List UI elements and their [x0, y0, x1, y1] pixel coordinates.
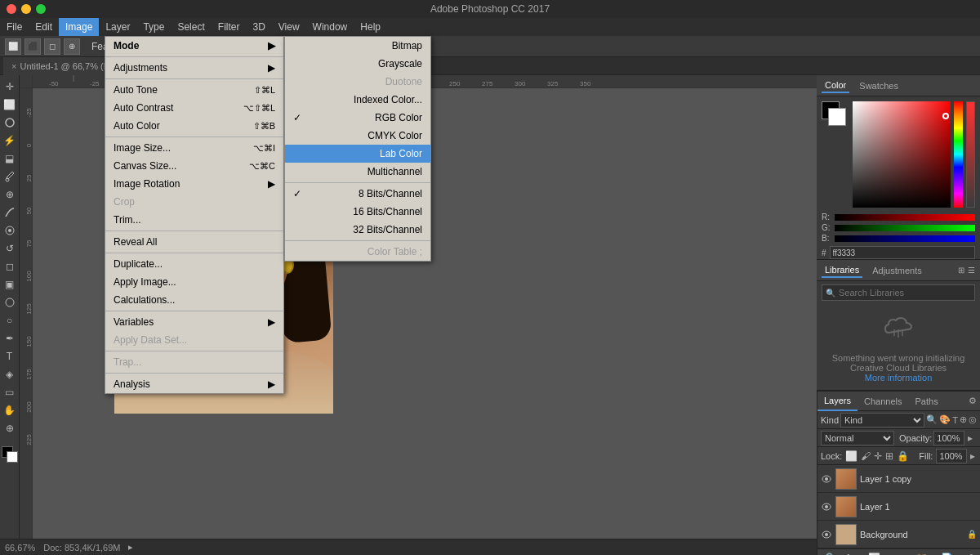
tool-brush[interactable]	[2, 204, 18, 221]
opacity-arrow[interactable]: ▸	[968, 432, 973, 444]
kind-icon1[interactable]: 🔍	[926, 414, 938, 425]
menu-3d[interactable]: 3D	[246, 18, 271, 36]
mode-multichannel[interactable]: Multichannel	[285, 163, 430, 181]
mode-cmyk-color[interactable]: CMYK Color	[285, 127, 430, 145]
menu-apply-image[interactable]: Apply Image...	[105, 273, 283, 291]
menu-auto-contrast[interactable]: Auto Contrast ⌥⇧⌘L	[105, 99, 283, 117]
tool-zoom[interactable]: ⊕	[2, 420, 18, 436]
more-info-link[interactable]: More information	[865, 373, 933, 383]
bg-swatch[interactable]	[828, 108, 846, 126]
layer-item-background[interactable]: Background 🔒	[817, 521, 980, 548]
kind-icon5[interactable]: ◎	[969, 414, 977, 425]
blend-mode-dropdown[interactable]: Normal	[821, 431, 894, 445]
lock-artboard-icon[interactable]: ⊞	[885, 450, 893, 462]
menu-view[interactable]: View	[272, 18, 306, 36]
menu-select[interactable]: Select	[171, 18, 211, 36]
layers-folder-btn[interactable]: 📁	[915, 553, 928, 556]
layers-link-btn[interactable]: 🔗	[821, 553, 833, 556]
tab-channels[interactable]: Channels	[858, 392, 908, 411]
lock-all-icon[interactable]: 🔒	[897, 450, 909, 462]
fill-arrow[interactable]: ▸	[970, 450, 975, 462]
layers-fx-btn[interactable]: fx	[847, 553, 854, 556]
tool-crop[interactable]: ⬓	[2, 150, 18, 167]
tab-layers[interactable]: Layers	[817, 392, 858, 411]
tool-path-select[interactable]: ◈	[2, 366, 18, 383]
layer1copy-eye[interactable]	[821, 473, 832, 485]
background-eye[interactable]	[821, 529, 832, 540]
menu-reveal-all[interactable]: Reveal All	[105, 233, 283, 251]
hex-input[interactable]	[830, 246, 975, 259]
menu-file[interactable]: File	[0, 18, 29, 36]
tab-paths[interactable]: Paths	[909, 392, 945, 411]
mode-16bits[interactable]: 16 Bits/Channel	[285, 203, 430, 221]
lock-position-icon[interactable]: ✛	[874, 450, 882, 462]
layers-settings-icon[interactable]: ⚙	[969, 396, 977, 406]
layers-new-btn[interactable]: 📄	[941, 553, 953, 556]
kind-icon4[interactable]: ⊕	[960, 414, 967, 425]
mode-32bits[interactable]: 32 Bits/Channel	[285, 221, 430, 239]
tool-rect-select[interactable]: ⬜	[2, 96, 18, 113]
options-icon1[interactable]: ⬜	[5, 38, 21, 55]
menu-mode[interactable]: Mode ▶	[105, 37, 283, 55]
mode-8bits[interactable]: ✓ 8 Bits/Channel	[285, 185, 430, 203]
layer-item-layer1copy[interactable]: Layer 1 copy	[817, 465, 980, 493]
panel-list-toggle[interactable]: ☰	[968, 266, 975, 275]
tab-swatches[interactable]: Swatches	[856, 79, 902, 92]
menu-calculations[interactable]: Calculations...	[105, 291, 283, 309]
tool-eraser[interactable]: ◻	[2, 258, 18, 275]
tool-shape[interactable]: ▭	[2, 384, 18, 401]
color-gradient[interactable]	[853, 101, 951, 208]
mode-indexed-color[interactable]: Indexed Color...	[285, 91, 430, 109]
tool-history[interactable]: ↺	[2, 240, 18, 257]
tool-hand[interactable]: ✋	[2, 402, 18, 418]
opacity-input[interactable]	[933, 431, 964, 445]
menu-layer[interactable]: Layer	[99, 18, 136, 36]
layers-mask-btn[interactable]: ⬜	[868, 553, 880, 556]
panel-view-toggle[interactable]: ⊞	[958, 266, 964, 275]
tool-clone[interactable]	[2, 222, 18, 239]
lock-image-icon[interactable]: 🖌	[861, 450, 871, 462]
menu-edit[interactable]: Edit	[29, 18, 59, 36]
layers-adjustment-btn[interactable]: ◑	[893, 553, 902, 556]
menu-help[interactable]: Help	[354, 18, 387, 36]
menu-adjustments[interactable]: Adjustments ▶	[105, 59, 283, 77]
menu-image-rotation[interactable]: Image Rotation ▶	[105, 175, 283, 193]
layers-delete-btn[interactable]: 🗑	[967, 553, 977, 556]
menu-variables[interactable]: Variables ▶	[105, 313, 283, 331]
tool-healing[interactable]: ⊕	[2, 186, 18, 203]
tab-color[interactable]: Color	[822, 78, 849, 93]
minimize-button[interactable]	[21, 4, 31, 14]
tool-gradient[interactable]: ▣	[2, 276, 18, 293]
tool-move[interactable]: ✛	[2, 78, 18, 95]
tool-lasso[interactable]	[2, 114, 18, 131]
options-icon2[interactable]: ⬛	[24, 38, 41, 55]
tool-text[interactable]: T	[2, 348, 18, 365]
alpha-slider[interactable]	[966, 101, 975, 208]
tool-blur[interactable]	[2, 294, 18, 311]
menu-auto-color[interactable]: Auto Color ⇧⌘B	[105, 117, 283, 135]
maximize-button[interactable]	[36, 4, 46, 14]
fill-input[interactable]	[936, 449, 967, 463]
menu-window[interactable]: Window	[306, 18, 354, 36]
options-icon4[interactable]: ⊕	[64, 38, 80, 55]
menu-image-size[interactable]: Image Size... ⌥⌘I	[105, 139, 283, 157]
tab-libraries[interactable]: Libraries	[822, 263, 862, 278]
status-arrow[interactable]: ▸	[128, 542, 133, 553]
close-button[interactable]	[7, 4, 16, 14]
menu-canvas-size[interactable]: Canvas Size... ⌥⌘C	[105, 157, 283, 175]
menu-trim[interactable]: Trim...	[105, 211, 283, 229]
menu-image[interactable]: Image	[59, 18, 99, 36]
kind-icon3[interactable]: T	[952, 415, 958, 425]
menu-analysis[interactable]: Analysis ▶	[105, 375, 283, 393]
lock-transparent-icon[interactable]: ⬜	[845, 450, 858, 462]
layer1-eye[interactable]	[821, 501, 832, 512]
tool-pen[interactable]: ✒	[2, 330, 18, 347]
tool-dodge[interactable]: ○	[2, 312, 18, 329]
menu-filter[interactable]: Filter	[212, 18, 247, 36]
menu-auto-tone[interactable]: Auto Tone ⇧⌘L	[105, 81, 283, 99]
menu-duplicate[interactable]: Duplicate...	[105, 255, 283, 273]
mode-grayscale[interactable]: Grayscale	[285, 55, 430, 73]
mode-bitmap[interactable]: Bitmap	[285, 37, 430, 55]
tab-close-icon[interactable]: ×	[11, 61, 16, 71]
tab-adjustments[interactable]: Adjustments	[869, 264, 925, 277]
